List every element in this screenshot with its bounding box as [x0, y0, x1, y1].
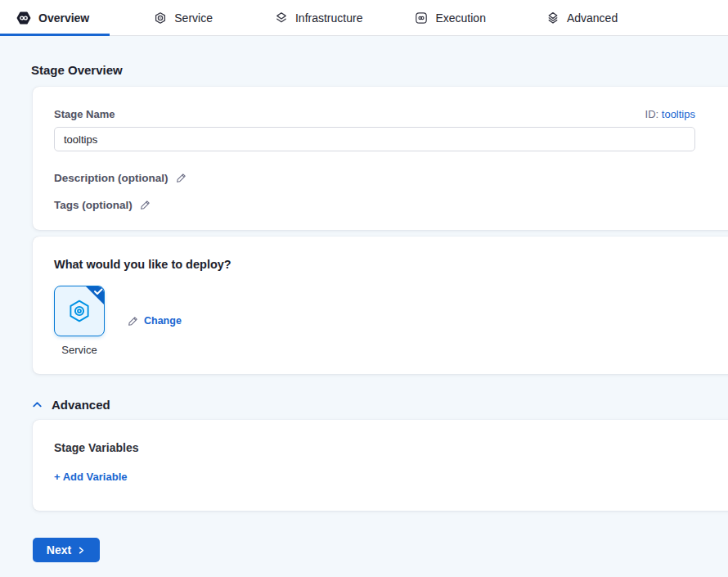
tab-overview[interactable]: Overview: [0, 0, 110, 35]
tab-infrastructure-label: Infrastructure: [295, 11, 362, 25]
deploy-type-label: Service: [54, 344, 105, 356]
description-edit-pencil-icon[interactable]: [176, 173, 186, 183]
advanced-icon: [546, 11, 559, 25]
stage-id-value-link[interactable]: tooltips: [662, 108, 695, 120]
deploy-question: What would you like to deploy?: [54, 258, 695, 271]
next-button-label: Next: [47, 543, 71, 557]
tags-label: Tags (optional): [54, 199, 133, 211]
tab-execution-label: Execution: [435, 11, 485, 25]
description-label: Description (optional): [54, 172, 169, 184]
stage-variables-card: Stage Variables + Add Variable: [33, 420, 728, 511]
pencil-icon: [128, 316, 138, 327]
stage-tabbar: Overview Service Infrastructure: [0, 0, 728, 36]
service-icon: [154, 11, 167, 25]
stage-overview-content: Stage Overview Stage Name ID: tooltips D…: [0, 36, 728, 562]
chevron-up-icon: [31, 399, 43, 411]
stage-overview-card: Stage Name ID: tooltips Description (opt…: [33, 87, 728, 230]
advanced-section-title: Advanced: [52, 398, 110, 412]
stage-configuration-screen: Overview Service Infrastructure: [0, 0, 728, 577]
chevron-right-icon: [77, 546, 86, 555]
infrastructure-icon: [275, 11, 288, 25]
advanced-section-toggle[interactable]: Advanced: [31, 398, 728, 412]
tab-advanced[interactable]: Advanced: [525, 0, 639, 35]
execution-icon: [415, 11, 428, 25]
stage-id: ID: tooltips: [645, 108, 695, 120]
checkmark-fold-icon: [85, 286, 105, 305]
cd-stage-hexagon-icon: [16, 11, 31, 25]
tab-execution[interactable]: Execution: [393, 0, 506, 35]
deploy-type-card: What would you like to deploy?: [33, 237, 728, 374]
change-deploy-type-link[interactable]: Change: [128, 315, 182, 327]
tab-infrastructure[interactable]: Infrastructure: [254, 0, 384, 35]
deploy-type-service-tile[interactable]: [54, 286, 105, 336]
stage-id-label: ID:: [645, 108, 659, 120]
change-link-label: Change: [144, 315, 182, 327]
tab-overview-label: Overview: [38, 11, 89, 25]
next-button[interactable]: Next: [33, 538, 100, 562]
tags-edit-pencil-icon[interactable]: [140, 200, 151, 210]
page-title: Stage Overview: [31, 63, 728, 77]
tab-service[interactable]: Service: [133, 0, 234, 35]
stage-variables-title: Stage Variables: [54, 441, 695, 454]
tab-service-label: Service: [174, 11, 213, 25]
stage-name-input[interactable]: [54, 127, 695, 151]
tab-advanced-label: Advanced: [567, 11, 618, 25]
add-variable-link[interactable]: + Add Variable: [54, 471, 695, 483]
stage-name-label: Stage Name: [54, 108, 115, 120]
